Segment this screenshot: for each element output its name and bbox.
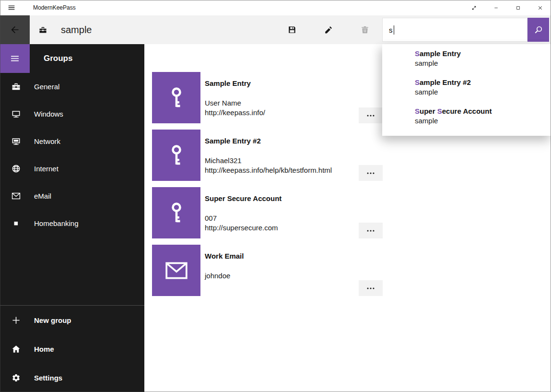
more-icon: [365, 226, 376, 236]
sidebar-item-windows[interactable]: Windows: [0, 100, 144, 128]
edit-button[interactable]: [317, 18, 340, 41]
sidebar-item-internet[interactable]: Internet: [0, 155, 144, 182]
home-icon: [12, 344, 21, 354]
monitor-icon: [12, 109, 21, 119]
entry-row[interactable]: Sample Entry #2 Michael321 http://keepas…: [152, 130, 548, 181]
nav-menu-button[interactable]: [0, 44, 30, 73]
briefcase-icon: [39, 26, 47, 34]
sidebar-item-label: Homebanking: [34, 219, 79, 227]
delete-button[interactable]: [353, 18, 376, 41]
more-icon: [365, 168, 376, 178]
mail-icon: [164, 259, 188, 283]
sidebar-spacer: [0, 237, 144, 305]
network-icon: [12, 137, 21, 146]
suggestion-title: Sample Entry: [415, 49, 546, 59]
sidebar-item-label: Network: [34, 137, 60, 145]
entry-title: Work Email: [205, 252, 244, 260]
suggestion-item[interactable]: Super Secure Account sample: [382, 103, 551, 132]
maximize-button[interactable]: [507, 0, 529, 15]
titlebar: ModernKeePass: [0, 0, 551, 15]
sidebar-item-network[interactable]: Network: [0, 128, 144, 155]
gear-icon: [12, 373, 21, 382]
entry-tile: [152, 130, 200, 181]
sidebar-item-label: Internet: [34, 165, 59, 173]
back-icon: [10, 25, 20, 35]
suggestion-item[interactable]: Sample Entry #2 sample: [382, 74, 551, 103]
appbar-actions: [281, 18, 382, 41]
search-icon: [534, 25, 543, 34]
sidebar-item-homebanking[interactable]: Homebanking: [0, 210, 144, 237]
sidebar-item-settings[interactable]: Settings: [0, 363, 144, 392]
group-list: General Windows Network Internet eMail H…: [0, 73, 144, 237]
trash-icon: [361, 25, 369, 34]
entry-tile: [152, 72, 200, 123]
save-icon: [288, 25, 296, 34]
entry-title: Sample Entry: [205, 79, 251, 87]
hamburger-icon: [0, 0, 23, 15]
entry-more-button[interactable]: [359, 223, 383, 238]
sidebar-item-label: Windows: [34, 110, 63, 118]
appbar: sample s: [0, 15, 551, 44]
mail-icon: [12, 191, 21, 201]
entry-username: 007: [205, 214, 217, 222]
sidebar-item-label: New group: [34, 316, 71, 324]
window-title: ModernKeePass: [33, 4, 76, 11]
entry-title: Sample Entry #2: [205, 137, 261, 145]
suggestion-title: Sample Entry #2: [415, 78, 546, 87]
entry-url: http://keepass.info/help/kb/testform.htm…: [205, 166, 332, 174]
sidebar-item-label: Settings: [34, 374, 62, 382]
entry-row[interactable]: Super Secure Account 007 http://supersec…: [152, 187, 548, 238]
save-button[interactable]: [281, 18, 304, 41]
entry-more-button[interactable]: [359, 280, 383, 296]
sidebar-item-label: General: [34, 83, 59, 91]
sidebar-item-general[interactable]: General: [0, 73, 144, 100]
suggestion-title: Super Secure Account: [415, 107, 546, 116]
minimize-icon: [493, 5, 499, 11]
entry-tile: [152, 245, 200, 296]
minimize-button[interactable]: [485, 0, 507, 15]
entry-more-button[interactable]: [359, 107, 383, 123]
sidebar-item-home[interactable]: Home: [0, 334, 144, 363]
search-box: s: [382, 15, 551, 44]
suggestion-item[interactable]: Sample Entry sample: [382, 46, 551, 74]
entry-more-button[interactable]: [359, 165, 383, 181]
entry-username: johndoe: [205, 272, 230, 280]
fullscreen-button[interactable]: [463, 0, 485, 15]
entry-url: http://supersecure.com: [205, 224, 278, 232]
suggestion-subtitle: sample: [415, 87, 546, 97]
more-icon: [365, 110, 376, 121]
close-icon: [538, 5, 543, 11]
groups-heading: Groups: [44, 54, 72, 63]
close-button[interactable]: [529, 0, 551, 15]
database-title: sample: [61, 24, 92, 36]
key-icon: [164, 143, 188, 167]
search-input[interactable]: s: [382, 18, 528, 42]
command-list: New group Home Settings: [0, 306, 144, 392]
more-icon: [365, 283, 376, 294]
back-button[interactable]: [0, 15, 30, 44]
briefcase-icon: [12, 82, 21, 91]
entry-url: http://keepass.info/: [205, 108, 265, 117]
hamburger-icon: [10, 54, 20, 63]
entry-row[interactable]: Work Email johndoe: [152, 245, 548, 296]
maximize-icon: [516, 5, 521, 11]
search-query-text: s: [389, 26, 393, 34]
entry-tile: [152, 187, 200, 238]
sidebar-item-label: eMail: [34, 192, 51, 200]
suggestion-subtitle: sample: [415, 59, 546, 68]
square-icon: [12, 219, 21, 228]
key-icon: [164, 86, 188, 110]
entry-username: Michael321: [205, 156, 242, 165]
sidebar-item-email[interactable]: eMail: [0, 182, 144, 210]
search-suggestions: Sample Entry sample Sample Entry #2 samp…: [382, 44, 551, 136]
plus-icon: [12, 316, 21, 325]
window-controls: [463, 0, 551, 15]
text-cursor: [394, 25, 395, 35]
globe-icon: [12, 164, 21, 173]
sidebar: Groups General Windows Network Internet …: [0, 44, 144, 392]
sidebar-item-new-group[interactable]: New group: [0, 306, 144, 334]
search-button[interactable]: [528, 18, 549, 42]
sidebar-item-label: Home: [34, 345, 54, 353]
entry-username: User Name: [205, 99, 241, 107]
key-icon: [164, 201, 188, 225]
